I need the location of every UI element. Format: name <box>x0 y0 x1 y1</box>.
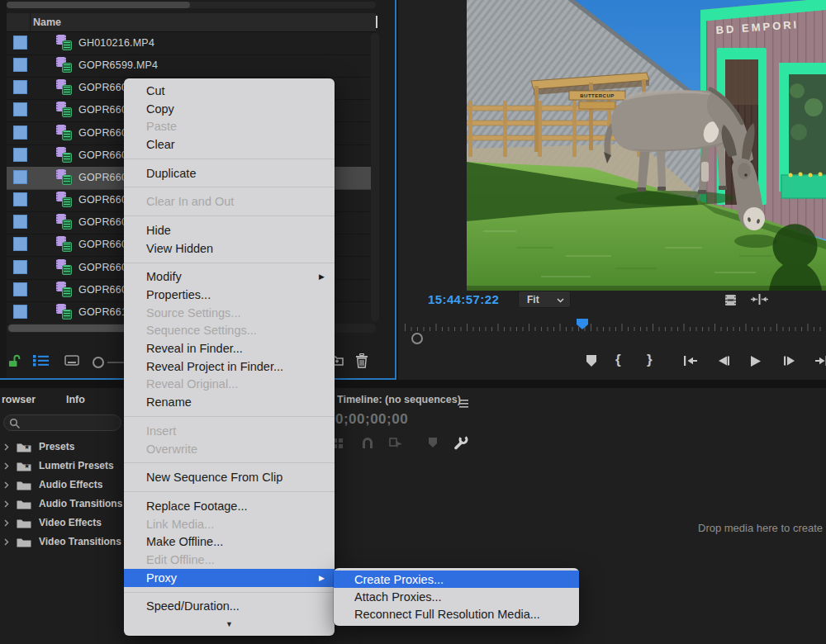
project-panel-gutter <box>0 0 7 378</box>
menu-item[interactable]: Properties... <box>124 286 335 304</box>
menu-item-label: Sequence Settings... <box>146 324 257 337</box>
menu-item-label: View Hidden <box>146 242 213 255</box>
effects-folder-row[interactable]: ★Lumetri Presets <box>0 457 124 476</box>
folder-icon: ★ <box>17 461 31 471</box>
file-name: GOPR660 <box>78 127 127 139</box>
menu-scroll-down-icon[interactable]: ▼ <box>124 615 335 633</box>
menu-item[interactable]: Hide <box>124 221 335 239</box>
step-back-button[interactable] <box>718 355 730 370</box>
ruler-zoom-handle[interactable] <box>411 333 423 344</box>
clip-thumbnail-swatch <box>13 148 27 162</box>
tab-info[interactable]: Info <box>66 394 85 405</box>
menu-item[interactable]: View Hidden <box>124 239 335 258</box>
mark-in-button[interactable]: { <box>615 352 621 368</box>
add-marker-button[interactable] <box>586 355 597 370</box>
writable-lock-icon[interactable] <box>8 354 21 371</box>
timeline-timecode[interactable]: 00;00;00;00 <box>327 411 408 428</box>
folder-icon <box>17 518 31 528</box>
file-name: GOPR660 <box>78 239 127 250</box>
effects-folder-row[interactable]: Audio Transitions <box>0 495 124 514</box>
chevron-right-icon[interactable] <box>4 500 9 508</box>
file-name: GOPR660 <box>78 149 127 161</box>
menu-item[interactable]: Replace Footage... <box>124 497 335 515</box>
av-clip-icon <box>56 125 73 142</box>
mark-out-button[interactable]: } <box>647 352 653 368</box>
step-forward-button[interactable] <box>783 355 795 370</box>
zoom-level-select[interactable]: Fit <box>518 291 571 308</box>
insert-overwrite-icon[interactable] <box>333 438 344 452</box>
effects-folder-row[interactable]: ★Presets <box>0 438 124 457</box>
file-name: GOPR660 <box>78 216 127 228</box>
file-row[interactable]: GOPR6599.MP4 <box>7 54 373 78</box>
menu-item[interactable]: Clear <box>124 135 335 154</box>
menu-separator <box>124 416 335 417</box>
menu-separator <box>124 187 335 187</box>
effects-search-input[interactable] <box>3 414 121 431</box>
wrench-icon[interactable] <box>453 434 468 453</box>
chevron-right-icon[interactable] <box>4 481 9 489</box>
go-to-out-button[interactable] <box>814 355 826 370</box>
submenu-item[interactable]: Attach Proxies... <box>334 588 579 605</box>
play-button[interactable] <box>750 355 762 371</box>
panel-menu-icon[interactable] <box>459 396 468 411</box>
menu-item[interactable]: New Sequence From Clip <box>124 468 335 486</box>
tab-browser[interactable]: rowser <box>2 394 36 405</box>
av-clip-icon <box>56 147 73 164</box>
column-header-row[interactable]: Name <box>7 13 376 32</box>
icon-view-icon[interactable] <box>64 355 79 370</box>
menu-item[interactable]: Reveal Project in Finder... <box>124 358 335 376</box>
trash-icon[interactable] <box>355 353 368 372</box>
chevron-right-icon[interactable] <box>4 519 9 527</box>
menu-item-label: Rename <box>146 395 192 409</box>
menu-separator <box>124 462 335 463</box>
clip-thumbnail-swatch <box>13 170 27 184</box>
clip-thumbnail-swatch <box>13 237 27 251</box>
menu-item[interactable]: Speed/Duration... <box>124 598 335 616</box>
file-name: GOPR660 <box>78 82 127 93</box>
menu-item[interactable]: Duplicate <box>124 164 335 182</box>
comparison-view-icon[interactable] <box>750 293 769 309</box>
name-column-header[interactable]: Name <box>33 17 61 28</box>
zoom-out-icon[interactable] <box>93 357 104 368</box>
project-vertical-scrollbar[interactable] <box>371 33 379 322</box>
list-view-icon[interactable] <box>33 355 50 370</box>
chevron-right-icon[interactable] <box>4 443 9 451</box>
go-to-in-button[interactable] <box>683 355 698 370</box>
file-row[interactable]: GH010216.MP4 <box>7 32 373 55</box>
export-frame-icon[interactable] <box>724 293 738 310</box>
monitor-timecode[interactable]: 15:44:57:22 <box>428 292 499 306</box>
menu-item-label: Replace Footage... <box>146 500 248 513</box>
linked-selection-icon[interactable] <box>389 437 403 452</box>
menu-item[interactable]: Proxy▶ <box>124 569 335 587</box>
menu-item[interactable]: Make Offline... <box>124 533 335 551</box>
project-top-scrollbar-thumb[interactable] <box>7 2 190 8</box>
clip-thumbnail-swatch <box>13 125 27 140</box>
menu-item-label: Modify <box>146 270 182 283</box>
effects-folder-row[interactable]: Video Effects <box>0 514 124 533</box>
menu-item[interactable]: Modify▶ <box>124 268 335 286</box>
context-menu: CutCopyPasteClearDuplicateClear In and O… <box>124 78 335 636</box>
file-name: GH010216.MP4 <box>78 37 154 49</box>
playhead-icon[interactable] <box>577 318 588 333</box>
submenu-item[interactable]: Create Proxies... <box>334 571 579 588</box>
av-clip-icon <box>56 169 73 187</box>
effects-folder-row[interactable]: Video Transitions <box>0 533 124 552</box>
clip-thumbnail-swatch <box>13 102 27 116</box>
menu-item[interactable]: Copy <box>124 100 335 118</box>
submenu-item[interactable]: Reconnect Full Resolution Media... <box>334 606 579 623</box>
zoom-slider-track[interactable] <box>107 362 126 363</box>
menu-item[interactable]: Rename <box>124 393 335 411</box>
menu-item-label: Hide <box>146 224 171 237</box>
menu-item-label: Reveal Original... <box>146 377 238 391</box>
snap-magnet-icon[interactable] <box>361 437 374 452</box>
av-clip-icon <box>56 79 73 97</box>
chevron-right-icon[interactable] <box>4 462 9 470</box>
menu-item[interactable]: Cut <box>124 82 335 100</box>
marker-icon[interactable] <box>429 437 438 452</box>
effects-folder-row[interactable]: Audio Effects <box>0 476 124 495</box>
effects-folder-label: Video Transitions <box>39 536 121 547</box>
chevron-right-icon[interactable] <box>4 538 9 546</box>
menu-item[interactable]: Reveal in Finder... <box>124 339 335 358</box>
monitor-time-ruler[interactable] <box>405 319 826 332</box>
menu-item: Insert <box>124 422 335 440</box>
